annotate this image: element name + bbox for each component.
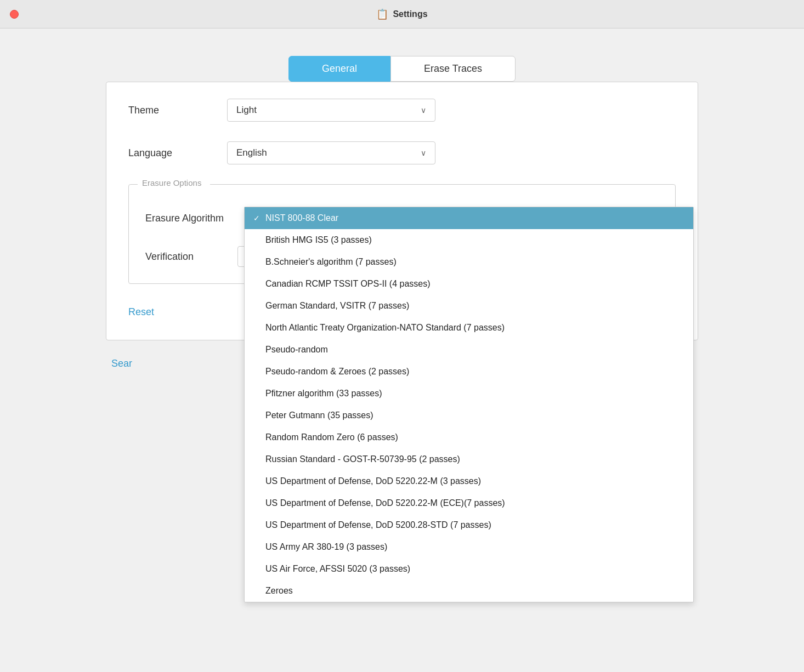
reset-button[interactable]: Reset: [128, 306, 154, 318]
app-icon: 📋: [376, 8, 388, 20]
search-link[interactable]: Sear: [111, 358, 132, 369]
tab-general[interactable]: General: [288, 56, 390, 82]
language-dropdown[interactable]: English ∨: [227, 141, 435, 164]
algorithm-label: Erasure Algorithm: [145, 213, 237, 224]
settings-panel: Theme Light ∨ Language English ∨ Erasure…: [106, 82, 698, 340]
content-wrapper: General Erase Traces Theme Light ∨ Langu…: [73, 29, 731, 387]
language-row: Language English ∨: [128, 141, 676, 164]
algorithm-option-gutmann[interactable]: Peter Gutmann (35 passes): [245, 405, 693, 426]
option-text: NIST 800-88 Clear: [265, 213, 684, 223]
algorithm-option-russian[interactable]: Russian Standard - GOST-R-50739-95 (2 pa…: [245, 448, 693, 470]
algorithm-option-pseudo-random[interactable]: Pseudo-random: [245, 339, 693, 361]
option-text: US Air Force, AFSSI 5020 (3 passes): [265, 564, 684, 574]
main-content: General Erase Traces Theme Light ∨ Langu…: [73, 39, 731, 387]
verification-label: Verification: [145, 251, 237, 263]
option-text: Pseudo-random: [265, 345, 684, 355]
algorithm-row: Erasure Algorithm ✓NIST 800-88 ClearBrit…: [145, 207, 659, 230]
option-text: B.Schneier's algorithm (7 passes): [265, 257, 684, 267]
option-text: Pseudo-random & Zeroes (2 passes): [265, 367, 684, 377]
theme-chevron-icon: ∨: [421, 106, 426, 115]
algorithm-option-schneier[interactable]: B.Schneier's algorithm (7 passes): [245, 251, 693, 273]
algorithm-option-nist[interactable]: ✓NIST 800-88 Clear: [245, 207, 693, 229]
theme-dropdown[interactable]: Light ∨: [227, 99, 435, 122]
algorithm-option-airforce[interactable]: US Air Force, AFSSI 5020 (3 passes): [245, 558, 693, 580]
language-chevron-icon: ∨: [421, 149, 426, 157]
algorithm-dropdown-overlay: ✓NIST 800-88 ClearBritish HMG IS5 (3 pas…: [244, 207, 694, 602]
algorithm-options-list: ✓NIST 800-88 ClearBritish HMG IS5 (3 pas…: [245, 207, 693, 602]
tab-bar: General Erase Traces: [106, 56, 698, 82]
option-text: British HMG IS5 (3 passes): [265, 235, 684, 245]
title-bar-content: 📋 Settings: [376, 8, 427, 20]
algorithm-option-zeroes[interactable]: Zeroes: [245, 580, 693, 602]
option-text: German Standard, VSITR (7 passes): [265, 301, 684, 311]
algorithm-option-army[interactable]: US Army AR 380-19 (3 passes): [245, 536, 693, 558]
option-text: Zeroes: [265, 586, 684, 596]
option-text: US Army AR 380-19 (3 passes): [265, 542, 684, 552]
algorithm-option-nato[interactable]: North Atlantic Treaty Organization-NATO …: [245, 317, 693, 339]
erasure-options-fieldset: Erasure Options Erasure Algorithm ✓NIST …: [128, 184, 676, 284]
algorithm-option-rcmp[interactable]: Canadian RCMP TSSIT OPS-II (4 passes): [245, 273, 693, 295]
option-text: Canadian RCMP TSSIT OPS-II (4 passes): [265, 279, 684, 289]
option-text: Russian Standard - GOST-R-50739-95 (2 pa…: [265, 454, 684, 464]
theme-row: Theme Light ∨: [128, 99, 676, 122]
algorithm-option-dod-5200[interactable]: US Department of Defense, DoD 5200.28-ST…: [245, 514, 693, 536]
algorithm-option-random-zero[interactable]: Random Random Zero (6 passes): [245, 426, 693, 448]
algorithm-option-pfitzner[interactable]: Pfitzner algorithm (33 passes): [245, 383, 693, 405]
theme-label: Theme: [128, 105, 227, 116]
algorithm-option-pseudo-random-zeroes[interactable]: Pseudo-random & Zeroes (2 passes): [245, 361, 693, 383]
option-text: US Department of Defense, DoD 5220.22-M …: [265, 498, 684, 508]
window-title: Settings: [393, 9, 427, 19]
option-text: Random Random Zero (6 passes): [265, 432, 684, 442]
option-text: US Department of Defense, DoD 5220.22-M …: [265, 476, 684, 486]
option-text: North Atlantic Treaty Organization-NATO …: [265, 323, 684, 333]
algorithm-option-dod-7[interactable]: US Department of Defense, DoD 5220.22-M …: [245, 492, 693, 514]
close-button[interactable]: [10, 10, 19, 19]
check-icon: ✓: [253, 214, 265, 223]
language-label: Language: [128, 147, 227, 159]
algorithm-option-german[interactable]: German Standard, VSITR (7 passes): [245, 295, 693, 317]
option-text: Peter Gutmann (35 passes): [265, 411, 684, 420]
algorithm-option-dod-3[interactable]: US Department of Defense, DoD 5220.22-M …: [245, 470, 693, 492]
tab-erase-traces[interactable]: Erase Traces: [390, 56, 516, 82]
option-text: US Department of Defense, DoD 5200.28-ST…: [265, 520, 684, 530]
option-text: Pfitzner algorithm (33 passes): [265, 389, 684, 398]
title-bar: 📋 Settings: [0, 0, 804, 29]
algorithm-option-hmg[interactable]: British HMG IS5 (3 passes): [245, 229, 693, 251]
theme-value: Light: [236, 105, 257, 116]
language-value: English: [236, 147, 267, 158]
erasure-options-legend: Erasure Options: [138, 178, 206, 187]
